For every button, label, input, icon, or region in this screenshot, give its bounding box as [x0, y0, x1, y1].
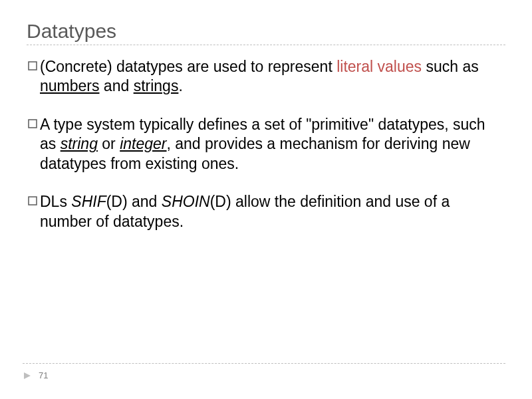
text: or: [98, 135, 120, 152]
svg-marker-3: [24, 372, 31, 379]
slide: Datatypes (Concrete) datatypes are used …: [0, 0, 532, 399]
footer-row: 71: [23, 370, 505, 380]
svg-rect-2: [29, 197, 37, 205]
text-numbers: numbers: [40, 77, 99, 94]
bullet-item: DLs SHIF(D) and SHOIN(D) allow the defin…: [27, 192, 505, 231]
bullet-icon: [28, 119, 37, 128]
arrow-icon: [23, 371, 32, 380]
footer-divider: [23, 363, 505, 364]
text: (Concrete) datatypes are used to represe…: [40, 58, 336, 75]
page-number: 71: [39, 370, 48, 380]
text: ) and: [122, 193, 162, 210]
bullet-icon: [28, 196, 37, 205]
bullet-text: (Concrete) datatypes are used to represe…: [40, 57, 505, 96]
text-string: string: [61, 135, 98, 152]
bullet-text: DLs SHIF(D) and SHOIN(D) allow the defin…: [40, 192, 505, 231]
text-literal: literal values: [336, 58, 422, 75]
text-shoin: SHOIN: [162, 193, 210, 210]
text: such as: [422, 58, 479, 75]
text: .: [178, 77, 182, 94]
text-integer: integer: [120, 135, 166, 152]
text-d: D: [111, 193, 122, 210]
title-divider: [27, 45, 505, 45]
bullet-item: A type system typically defines a set of…: [27, 115, 505, 174]
footer: 71: [23, 363, 505, 380]
bullet-text: A type system typically defines a set of…: [40, 115, 505, 174]
slide-title: Datatypes: [27, 20, 505, 43]
bullet-item: (Concrete) datatypes are used to represe…: [27, 57, 505, 96]
text: and: [99, 77, 133, 94]
text-d: D: [215, 193, 226, 210]
text-strings: strings: [134, 77, 179, 94]
text: DLs: [40, 193, 71, 210]
svg-rect-0: [29, 62, 37, 70]
bullet-icon: [28, 61, 37, 70]
text-shif: SHIF: [71, 193, 106, 210]
svg-rect-1: [29, 120, 37, 128]
